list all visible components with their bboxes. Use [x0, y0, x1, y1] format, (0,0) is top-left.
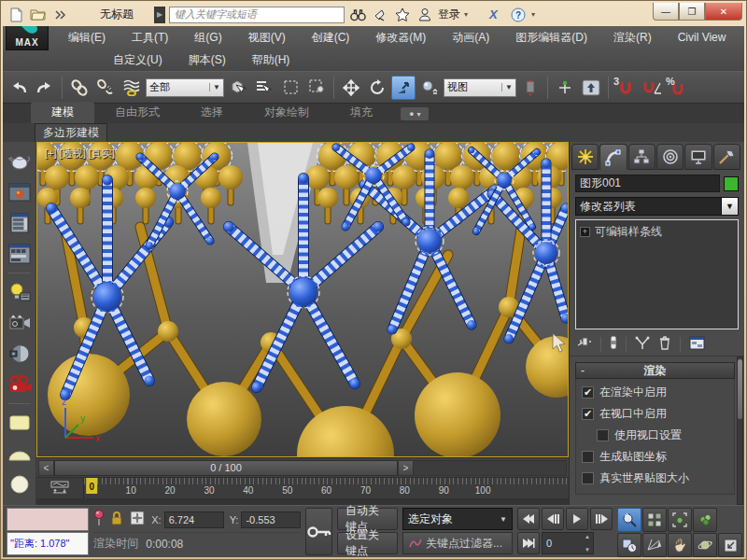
unlink-selection-icon[interactable] [93, 76, 118, 100]
help-dropdown-icon[interactable]: ▾ [531, 10, 535, 19]
next-key-icon[interactable] [590, 508, 613, 530]
selection-filter-dropdown[interactable]: 全部 ▼ [146, 78, 224, 97]
show-end-result-icon[interactable] [610, 335, 617, 353]
user-account-icon[interactable] [416, 7, 434, 23]
select-and-rotate-icon[interactable] [365, 76, 389, 100]
pin-stack-icon[interactable] [577, 336, 592, 352]
time-configuration-icon[interactable] [617, 533, 641, 557]
dome-light-icon[interactable] [7, 441, 33, 466]
next-frame-button[interactable]: > [398, 460, 414, 476]
checkbox-row-1[interactable]: ✔在视口中启用 [582, 406, 730, 422]
key-filters-button[interactable]: 关键点过滤器... [402, 532, 513, 554]
menu-item-3[interactable]: 视图(V) [235, 30, 299, 46]
render-production-teapot-icon[interactable] [7, 149, 33, 174]
minimize-button[interactable]: — [653, 3, 679, 21]
snaps-toggle-3d-icon[interactable]: 3 [613, 76, 638, 100]
menu2-item-2[interactable]: 帮助(H) [239, 52, 303, 68]
absolute-mode-transform-icon[interactable] [129, 510, 146, 530]
sphere-light-icon[interactable] [7, 472, 33, 497]
modifier-list-dropdown[interactable]: 修改器列表 ▼ [575, 197, 739, 216]
communication-center-icon[interactable] [371, 7, 389, 23]
menu2-item-1[interactable]: 脚本(S) [176, 52, 239, 68]
panorama-exporter-icon[interactable] [7, 342, 33, 366]
zoom-all-icon[interactable] [642, 508, 667, 532]
search-flyout-button[interactable]: ▶ [154, 7, 165, 23]
current-frame-field[interactable]: 0 ▲▼ [542, 532, 594, 554]
dropdown-arrow-icon[interactable]: ▼ [722, 197, 739, 216]
checkbox-row-0[interactable]: ✔在渲染中启用 [582, 385, 730, 400]
ribbon-tab-3[interactable]: 对象绘制 [244, 102, 330, 123]
tab-modify[interactable] [599, 144, 627, 170]
stack-item-editable-spline[interactable]: + 可编辑样条线 [578, 222, 736, 242]
set-key-button[interactable]: 设置关键点 [337, 532, 398, 554]
menu2-item-0[interactable]: 自定义(U) [100, 52, 176, 68]
time-slider-track[interactable] [414, 460, 567, 476]
restore-button[interactable]: ❐ [679, 3, 705, 21]
close-button[interactable]: ✕ [705, 3, 742, 21]
make-preview-camera-icon[interactable] [7, 372, 33, 397]
zoom-icon[interactable] [617, 508, 641, 532]
select-and-manipulate-icon[interactable] [553, 76, 577, 100]
modifier-stack[interactable]: + 可编辑样条线 [575, 219, 739, 329]
menu-item-4[interactable]: 创建(C) [299, 30, 363, 46]
search-input[interactable]: 键入关键字或短语 [169, 7, 345, 23]
ribbon-tab-2[interactable]: 选择 [180, 102, 244, 123]
maxscript-mini-listener[interactable]: "距离: 1.078" [7, 508, 89, 555]
x-value-field[interactable]: 6.724 [164, 511, 224, 528]
new-file-icon[interactable] [7, 7, 25, 23]
checkbox-icon[interactable]: ✔ [582, 386, 594, 399]
select-and-link-icon[interactable] [67, 76, 92, 100]
zoom-extents-icon[interactable] [668, 508, 692, 532]
set-keys-button[interactable] [305, 508, 332, 555]
select-by-name-icon[interactable] [252, 76, 276, 100]
go-to-start-icon[interactable] [517, 508, 540, 530]
percent-snap-toggle-icon[interactable]: % [666, 76, 690, 100]
reference-coordinate-dropdown[interactable]: 视图 ▼ [444, 78, 516, 97]
redo-icon[interactable] [33, 76, 57, 100]
configure-modifier-sets-icon[interactable] [689, 336, 705, 353]
previous-frame-button[interactable]: < [38, 460, 54, 476]
checkbox-icon[interactable] [582, 472, 594, 484]
y-value-field[interactable]: -0.553 [241, 511, 301, 528]
tab-motion[interactable] [656, 144, 684, 170]
perspective-viewport[interactable]: [+] [透视] [真实] z x y [36, 142, 569, 457]
rendered-frame-window-icon[interactable] [7, 180, 33, 204]
object-name-field[interactable]: 图形001 [575, 175, 720, 192]
window-crossing-icon[interactable] [304, 76, 329, 100]
use-pivot-point-center-icon[interactable] [518, 76, 543, 100]
select-object-icon[interactable] [226, 76, 250, 100]
render-setup-dialog-icon[interactable] [7, 211, 33, 235]
orbit-icon[interactable] [693, 533, 717, 557]
menu-item-6[interactable]: 动画(A) [439, 30, 502, 46]
object-color-swatch[interactable] [724, 176, 739, 191]
checkbox-row-3[interactable]: 生成贴图坐标 [582, 449, 730, 465]
ribbon-config-dropdown-icon[interactable]: ⚫ ▾ [401, 107, 429, 120]
ribbon-tab-0[interactable]: 建模 [31, 102, 94, 123]
open-file-icon[interactable] [29, 7, 48, 23]
zoom-extents-all-icon[interactable] [693, 508, 717, 532]
keyboard-shortcut-override-icon[interactable] [579, 76, 603, 100]
expand-icon[interactable]: + [580, 227, 590, 237]
maximize-viewport-toggle-icon[interactable] [718, 533, 742, 557]
video-post-icon[interactable] [7, 311, 33, 335]
menu-item-5[interactable]: 修改器(M) [362, 30, 439, 46]
checkbox-row-4[interactable]: 真实世界贴图大小 [582, 470, 730, 486]
isolate-selection-icon[interactable] [93, 510, 105, 530]
ribbon-tab-1[interactable]: 自由形式 [94, 102, 180, 123]
timeline-ruler[interactable]: 0102030405060708090100 [83, 478, 569, 498]
checkbox-icon[interactable] [597, 429, 609, 441]
pan-view-icon[interactable] [668, 533, 692, 557]
login-button[interactable]: 登录 [438, 7, 460, 22]
help-icon[interactable]: ? [509, 7, 528, 23]
tab-create[interactable] [571, 144, 599, 170]
panel-scrollbar[interactable] [737, 357, 743, 505]
polygon-modeling-panel-tab[interactable]: 多边形建模 [35, 123, 107, 143]
frame-spinner[interactable]: ▲▼ [583, 534, 592, 553]
selection-lock-icon[interactable] [110, 511, 123, 529]
exchange-apps-icon[interactable]: X [486, 7, 505, 23]
favorites-star-icon[interactable] [393, 7, 412, 23]
select-and-place-icon[interactable] [417, 76, 442, 100]
light-lister-icon[interactable] [7, 280, 33, 304]
rectangular-selection-region-icon[interactable] [278, 76, 303, 100]
menu-item-9[interactable]: Civil View [665, 31, 740, 44]
